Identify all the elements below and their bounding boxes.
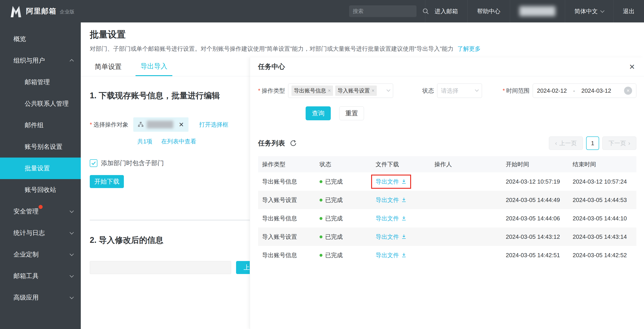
- notification-dot-badge: [38, 205, 43, 209]
- topbar-nav: 进入邮箱 帮助中心 简体中文 退出: [425, 0, 644, 22]
- query-button[interactable]: 查询: [306, 106, 331, 120]
- section2-heading: 2. 导入修改后的信息: [90, 235, 269, 246]
- status-cell: 已完成: [316, 214, 372, 222]
- date-separator: -: [573, 87, 575, 94]
- topbar: 阿里邮箱 企业版 进入邮箱 帮助中心 简体中文 退出: [0, 0, 644, 22]
- help-center-button[interactable]: 帮助中心: [468, 0, 510, 22]
- tab-import-export[interactable]: 导出导入: [136, 58, 172, 76]
- open-selector-link[interactable]: 打开选择框: [199, 121, 228, 128]
- task-center-panel: 任务中心 ✕ * 操作类型 导出账号信息 × 导入账号设置 × 状态 请选: [250, 58, 644, 329]
- remove-tag-icon[interactable]: ×: [328, 88, 331, 94]
- filter-actions: 查询 重置: [306, 106, 644, 120]
- chevron-down-icon: [70, 294, 73, 301]
- remove-tag-icon[interactable]: ×: [372, 88, 374, 94]
- task-table: 操作类型 状态 文件下载 操作人 开始时间 结束时间 导出账号信息 已完成 导出…: [258, 156, 636, 264]
- reset-button[interactable]: 重置: [339, 106, 364, 120]
- sidebar-item-mail-groups[interactable]: 邮件组: [0, 114, 81, 136]
- chevron-down-icon: [70, 272, 73, 280]
- brand-logo-m-icon: [10, 5, 22, 17]
- export-file-link[interactable]: 导出文件: [376, 251, 406, 259]
- sidebar-item-stats-logs[interactable]: 统计与日志: [0, 222, 81, 244]
- chevron-down-icon: [70, 229, 73, 236]
- view-in-list-link[interactable]: 在列表中查看: [161, 138, 196, 146]
- date-range-group: * 时间范围 2024-02-12 - 2024-03-12 ✕: [503, 84, 636, 98]
- target-select-row: * 选择操作对象 ✕ 打开选择框: [90, 117, 269, 132]
- sidebar-item-enterprise-custom[interactable]: 企业定制: [0, 244, 81, 265]
- logout-button[interactable]: 退出: [613, 0, 644, 22]
- download-icon: [401, 197, 406, 203]
- date-to-value: 2024-03-12: [582, 87, 611, 94]
- status-filter-select[interactable]: 请选择: [437, 84, 482, 98]
- export-file-link[interactable]: 导出文件: [376, 233, 406, 241]
- type-filter-select[interactable]: 导出账号信息 × 导入账号设置 ×: [288, 84, 393, 98]
- search-input[interactable]: [353, 8, 422, 14]
- status-dot-icon: [320, 198, 322, 202]
- sidebar-item-security[interactable]: 安全管理: [0, 201, 81, 222]
- type-tag-import: 导入账号设置 ×: [335, 86, 377, 96]
- prev-page-button[interactable]: ‹ 上一页: [549, 136, 583, 150]
- language-switcher[interactable]: 简体中文: [565, 0, 613, 22]
- section1-heading: 1. 下载现存账号信息，批量进行编辑: [90, 90, 269, 101]
- date-range-picker[interactable]: 2024-02-12 - 2024-03-12 ✕: [533, 84, 636, 98]
- page-title: 批量设置: [90, 28, 126, 40]
- enter-mailbox-button[interactable]: 进入邮箱: [425, 0, 468, 22]
- sidebar-item-mailbox-tools[interactable]: 邮箱工具: [0, 265, 81, 287]
- include-subdept-checkbox[interactable]: [90, 159, 98, 167]
- download-icon: [401, 216, 406, 221]
- task-list-header: 任务列表 ‹ 上一页 1 下一页 ›: [250, 136, 644, 150]
- learn-more-link[interactable]: 了解更多: [457, 45, 481, 52]
- pagination: ‹ 上一页 1 下一页 ›: [549, 136, 636, 150]
- type-filter-label: 操作类型: [262, 87, 285, 95]
- sidebar-item-advanced-apps[interactable]: 高级应用: [0, 287, 81, 308]
- department-name-redacted: [147, 121, 173, 128]
- download-icon: [401, 179, 406, 184]
- sidebar-item-mailbox-mgmt[interactable]: 邮箱管理: [0, 71, 81, 93]
- table-row: 导入账号设置 已完成 导出文件 202: [258, 191, 636, 209]
- type-tag-export: 导出账号信息 ×: [292, 86, 333, 96]
- selection-summary-row: 共1项 在列表中查看: [137, 138, 269, 146]
- status-dot-icon: [320, 254, 322, 257]
- tab-simple-settings[interactable]: 简单设置: [90, 58, 126, 76]
- download-icon: [401, 252, 406, 258]
- chevron-down-icon: [70, 251, 73, 258]
- export-file-link[interactable]: 导出文件: [376, 196, 406, 204]
- remove-chip-icon[interactable]: ✕: [178, 121, 184, 128]
- task-center-title: 任务中心: [258, 62, 629, 71]
- sidebar-item-public-contacts[interactable]: 公共联系人管理: [0, 93, 81, 114]
- status-dot-icon: [320, 180, 322, 183]
- sidebar-item-batch-settings[interactable]: 批量设置: [0, 158, 81, 179]
- clear-date-icon[interactable]: ✕: [624, 87, 632, 95]
- account-name[interactable]: [510, 0, 565, 22]
- chevron-down-icon: [601, 8, 604, 15]
- sidebar-item-org-users[interactable]: 组织与用户: [0, 50, 81, 71]
- required-mark: *: [258, 87, 260, 94]
- refresh-icon[interactable]: [290, 139, 297, 147]
- status-dot-icon: [320, 236, 322, 238]
- table-row: 导入账号设置 已完成 导出文件 202: [258, 228, 636, 246]
- current-page-button[interactable]: 1: [586, 136, 599, 150]
- required-mark: *: [503, 87, 505, 94]
- close-icon[interactable]: ✕: [629, 62, 635, 71]
- sidebar-item-alias-settings[interactable]: 账号别名设置: [0, 136, 81, 158]
- export-file-link[interactable]: 导出文件: [376, 214, 406, 222]
- status-cell: 已完成: [316, 178, 372, 186]
- required-mark: *: [90, 121, 92, 128]
- selected-department-chip[interactable]: ✕: [133, 117, 188, 132]
- status-dot-icon: [320, 217, 322, 220]
- start-download-button[interactable]: 开始下载: [90, 175, 124, 188]
- upload-file-field[interactable]: [90, 261, 231, 274]
- include-subdept-row: 添加部门时包含子部门: [90, 159, 269, 168]
- brand: 阿里邮箱 企业版: [0, 5, 74, 17]
- topbar-search[interactable]: [349, 6, 416, 17]
- chevron-down-icon: [70, 208, 73, 215]
- brand-edition-label: 企业版: [60, 8, 74, 15]
- sidebar-item-recycle-bin[interactable]: 账号回收站: [0, 179, 81, 201]
- next-page-button[interactable]: 下一页 ›: [602, 136, 636, 150]
- table-row: 导出账号信息 已完成 导出文件 202: [258, 246, 636, 264]
- date-from-value: 2024-02-12: [537, 87, 567, 94]
- export-file-link[interactable]: 导出文件: [376, 178, 406, 186]
- task-filters: * 操作类型 导出账号信息 × 导入账号设置 × 状态 请选择: [250, 76, 644, 98]
- sidebar-item-overview[interactable]: 概览: [0, 28, 81, 50]
- chevron-up-icon: [70, 57, 73, 64]
- status-filter-group: 状态 请选择: [422, 84, 482, 98]
